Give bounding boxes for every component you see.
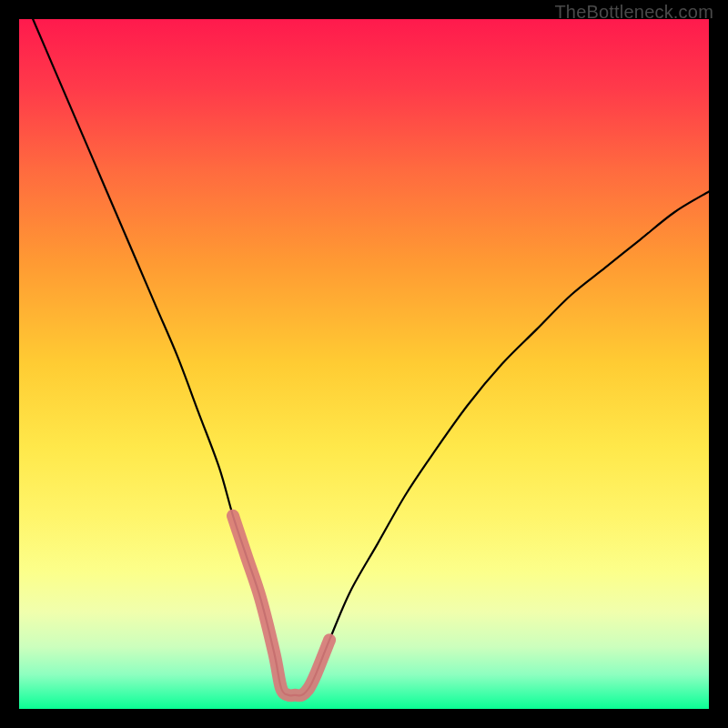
bottleneck-chart — [19, 19, 709, 709]
bottleneck-curve — [33, 19, 709, 695]
highlight-segment — [233, 516, 329, 696]
